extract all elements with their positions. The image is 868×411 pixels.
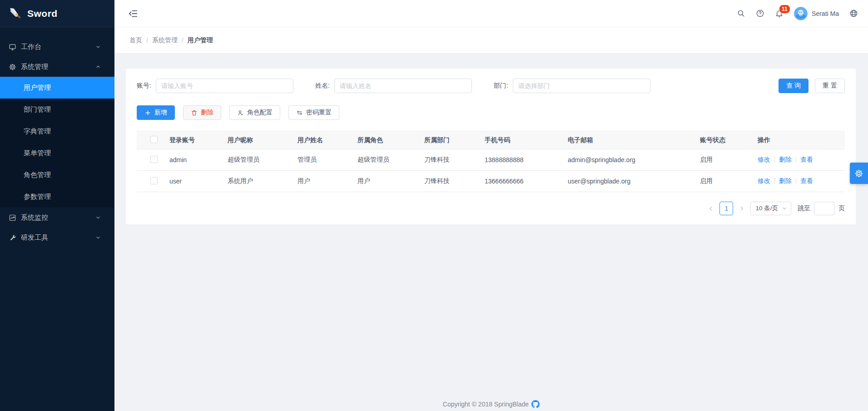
column-header: 登录账号	[169, 131, 228, 149]
sidebar-item-menus[interactable]: 菜单管理	[0, 142, 114, 164]
sidebar-item-dictionary[interactable]: 字典管理	[0, 120, 114, 142]
cell-nickname: 超级管理员	[228, 149, 298, 171]
sidebar-item-monitor[interactable]: 系统监控	[0, 208, 114, 228]
row-action-edit[interactable]: 修改	[758, 156, 770, 163]
name-input[interactable]	[334, 79, 472, 93]
breadcrumb-item[interactable]: 系统管理	[152, 36, 178, 45]
chevron-down-icon	[782, 206, 787, 211]
sidebar-item-departments[interactable]: 部门管理	[0, 99, 114, 120]
menu-fold-icon[interactable]	[128, 9, 138, 19]
app-logo[interactable]: Sword	[0, 0, 114, 27]
app-root: Sword 工作台系统管理用户管理部门管理字典管理菜单管理角色管理参数管理系统监…	[0, 0, 868, 411]
cell-status: 启用	[700, 171, 758, 192]
column-header: 用户姓名	[298, 131, 357, 149]
filter-actions: 查 询 重 置	[779, 79, 845, 93]
filter-label-account: 账号:	[137, 82, 151, 90]
chevron-down-icon	[95, 215, 101, 220]
filter-group-account: 账号:	[137, 79, 293, 93]
row-checkbox[interactable]	[150, 156, 158, 163]
cell-email: admin@springblade.org	[568, 149, 700, 171]
filter-group-name: 姓名:	[315, 79, 472, 93]
filter-group-department: 部门:	[494, 79, 650, 93]
sidebar-item-system[interactable]: 系统管理	[0, 57, 114, 77]
role-config-button[interactable]: 角色配置	[229, 105, 280, 120]
sidebar-item-label: 系统监控	[21, 213, 48, 222]
action-separator	[774, 157, 775, 163]
breadcrumb-separator: /	[182, 37, 184, 44]
sidebar-menu: 工作台系统管理用户管理部门管理字典管理菜单管理角色管理参数管理系统监控研发工具	[0, 27, 114, 411]
cell-department: 刀锋科技	[424, 171, 485, 192]
sidebar-item-workbench[interactable]: 工作台	[0, 37, 114, 57]
cell-username: 管理员	[298, 149, 357, 171]
sidebar-item-params[interactable]: 参数管理	[0, 186, 114, 208]
password-reset-button[interactable]: 密码重置	[288, 105, 339, 120]
search-button[interactable]: 查 询	[779, 79, 808, 93]
avatar	[794, 7, 808, 20]
filter-label-name: 姓名:	[315, 82, 330, 90]
sidebar-item-roles[interactable]: 角色管理	[0, 164, 114, 186]
notification-badge: 11	[779, 5, 790, 14]
delete-button[interactable]: 删除	[183, 105, 221, 120]
app-title: Sword	[27, 8, 58, 19]
topbar-actions: 11 Serati Ma	[737, 7, 858, 20]
jump-page-input[interactable]	[814, 202, 835, 215]
row-action-delete[interactable]: 删除	[779, 156, 792, 163]
next-page-icon[interactable]	[737, 202, 747, 215]
plus-icon	[144, 109, 151, 116]
help-icon[interactable]	[756, 9, 764, 18]
column-header: 账号状态	[700, 131, 758, 149]
filter-fields: 账号:姓名:部门:	[137, 79, 672, 93]
row-action-edit[interactable]: 修改	[758, 177, 770, 184]
sidebar-item-label: 系统管理	[21, 63, 48, 71]
swap-icon	[296, 109, 303, 116]
action-separator	[774, 178, 775, 184]
toolbar-row: 新增 删除 角色配置 密码重置	[137, 105, 845, 120]
prev-page-icon[interactable]	[706, 202, 716, 215]
chevron-down-icon	[95, 44, 101, 50]
row-action-delete[interactable]: 删除	[779, 177, 792, 184]
column-header: 用户昵称	[228, 131, 298, 149]
sidebar-item-label: 研发工具	[21, 233, 48, 242]
notifications-button[interactable]: 11	[775, 9, 784, 18]
add-button[interactable]: 新增	[137, 105, 175, 120]
settings-gear-button[interactable]	[850, 163, 868, 184]
select-all-checkbox[interactable]	[150, 136, 158, 143]
sidebar-item-users[interactable]: 用户管理	[0, 77, 114, 99]
column-header: 电子邮箱	[568, 131, 700, 149]
row-checkbox-cell	[137, 171, 169, 192]
cell-actions: 修改删除查看	[758, 171, 845, 192]
row-action-view[interactable]: 查看	[800, 156, 813, 163]
cell-actions: 修改删除查看	[758, 149, 845, 171]
column-header: 手机号码	[485, 131, 568, 149]
reset-button[interactable]: 重 置	[815, 79, 845, 93]
row-checkbox[interactable]	[150, 177, 158, 184]
action-separator	[796, 157, 796, 163]
page-number-button[interactable]: 1	[719, 202, 733, 215]
cell-phone: 13888888888	[485, 149, 568, 171]
account-input[interactable]	[156, 79, 293, 93]
breadcrumb-item[interactable]: 首页	[129, 36, 142, 45]
row-checkbox-cell	[137, 149, 169, 171]
monitor-icon	[9, 43, 16, 51]
gear-icon	[9, 63, 16, 71]
search-icon[interactable]	[737, 9, 745, 18]
sidebar-item-devtools[interactable]: 研发工具	[0, 228, 114, 248]
page-jump: 跳至 页	[798, 202, 845, 215]
language-globe-icon[interactable]	[849, 9, 858, 18]
cell-account: user	[169, 171, 228, 192]
person-add-icon	[237, 109, 244, 116]
action-separator	[796, 178, 796, 184]
department-input[interactable]	[513, 79, 650, 93]
github-icon[interactable]	[531, 400, 540, 408]
users-table: 登录账号用户昵称用户姓名所属角色所属部门手机号码电子邮箱账号状态操作 admin…	[137, 131, 845, 192]
row-action-view[interactable]: 查看	[800, 177, 813, 184]
wrench-icon	[9, 234, 16, 242]
page-size-select[interactable]: 10 条/页	[750, 202, 791, 215]
copyright-text: Copyright © 2018 SpringBlade	[443, 401, 529, 408]
column-header: 所属角色	[357, 131, 424, 149]
user-menu[interactable]: Serati Ma	[794, 7, 839, 20]
breadcrumb: 首页/系统管理/用户管理	[129, 36, 213, 45]
cell-phone: 13666666666	[485, 171, 568, 192]
table-header-row: 登录账号用户昵称用户姓名所属角色所属部门手机号码电子邮箱账号状态操作	[137, 131, 845, 149]
jump-label: 跳至	[798, 204, 810, 213]
